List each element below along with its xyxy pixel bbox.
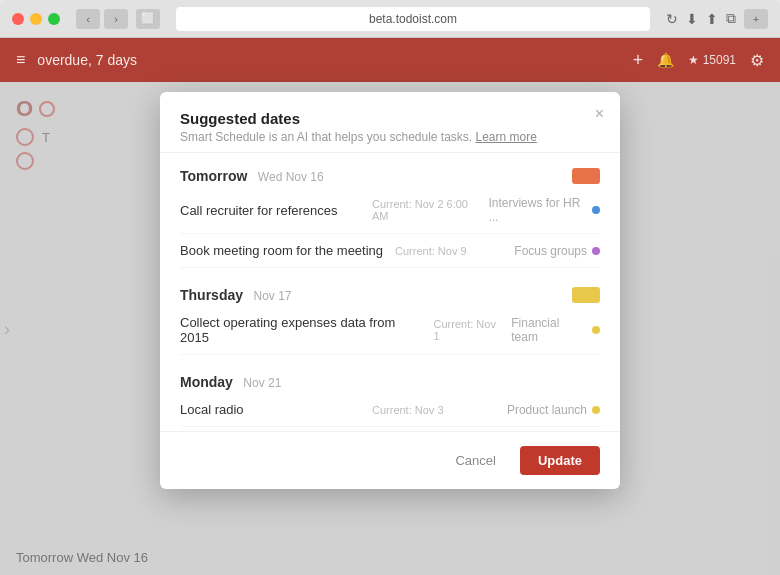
modal-subtitle: Smart Schedule is an AI that helps you s… (180, 130, 600, 144)
modal-close-button[interactable]: × (595, 106, 604, 122)
notifications-icon[interactable]: 🔔 (657, 52, 674, 68)
date-section-monday: Monday Nov 21 Local radio Current: Nov 3… (180, 359, 600, 431)
thursday-color-bar (572, 287, 600, 303)
task-project-label: Product launch (507, 403, 587, 417)
task-project: Interviews for HR ... (488, 196, 600, 224)
address-bar[interactable]: beta.todoist.com (176, 7, 650, 31)
menu-icon[interactable]: ≡ (16, 51, 25, 69)
task-row[interactable]: Book meeting room for the meeting Curren… (180, 234, 600, 268)
modal-title: Suggested dates (180, 110, 600, 127)
add-task-button[interactable]: + (633, 50, 644, 71)
thursday-header: Thursday Nov 17 (180, 286, 600, 304)
tab-view-button[interactable]: ⬜ (136, 9, 160, 29)
app-main: O T › Tomorrow Wed Nov 16 (0, 82, 780, 575)
browser-frame: ‹ › ⬜ beta.todoist.com ↻ ⬇ ⬆ ⧉ + ≡ overd… (0, 0, 780, 575)
modal-overlay: Suggested dates Smart Schedule is an AI … (0, 82, 780, 575)
tomorrow-color-bar (572, 168, 600, 184)
learn-more-link[interactable]: Learn more (476, 130, 537, 144)
forward-button[interactable]: › (104, 9, 128, 29)
cancel-button[interactable]: Cancel (441, 446, 509, 475)
browser-content: ≡ overdue, 7 days + 🔔 ★ 15091 ⚙ O T (0, 38, 780, 575)
date-section-thursday: Thursday Nov 17 Collect operating expens… (180, 272, 600, 359)
task-row[interactable]: Collect operating expenses data from 201… (180, 306, 600, 355)
modal-footer: Cancel Update (160, 431, 620, 489)
header-actions: + 🔔 ★ 15091 ⚙ (633, 50, 764, 71)
task-project: Product launch (507, 403, 600, 417)
task-project-label: Focus groups (514, 244, 587, 258)
pip-icon[interactable]: ⧉ (726, 10, 736, 27)
task-current: Current: Nov 1 (434, 318, 504, 342)
share-icon[interactable]: ⬆ (706, 11, 718, 27)
karma-badge: ★ 15091 (688, 53, 736, 67)
task-name: Book meeting room for the meeting (180, 243, 383, 258)
task-row[interactable]: Call recruiter for references Current: N… (180, 187, 600, 234)
task-name: Call recruiter for references (180, 203, 360, 218)
back-button[interactable]: ‹ (76, 9, 100, 29)
reload-icon[interactable]: ↻ (666, 11, 678, 27)
task-project-label: Financial team (511, 316, 587, 344)
download-icon[interactable]: ⬇ (686, 11, 698, 27)
thursday-label: Thursday (180, 287, 243, 303)
tomorrow-date: Wed Nov 16 (258, 170, 324, 184)
task-project: Financial team (511, 316, 600, 344)
date-section-tomorrow: Tomorrow Wed Nov 16 Call recruiter for r… (180, 153, 600, 272)
monday-date: Nov 21 (243, 376, 281, 390)
close-window-button[interactable] (12, 13, 24, 25)
task-project: Focus groups (514, 244, 600, 258)
project-dot (592, 326, 600, 334)
task-current: Current: Nov 9 (395, 245, 467, 257)
tomorrow-label: Tomorrow (180, 168, 247, 184)
task-current: Current: Nov 3 (372, 404, 444, 416)
browser-titlebar: ‹ › ⬜ beta.todoist.com ↻ ⬇ ⬆ ⧉ + (0, 0, 780, 38)
modal-body: Tomorrow Wed Nov 16 Call recruiter for r… (160, 153, 620, 431)
project-dot (592, 206, 600, 214)
modal-header: Suggested dates Smart Schedule is an AI … (160, 92, 620, 153)
traffic-lights (12, 13, 60, 25)
maximize-window-button[interactable] (48, 13, 60, 25)
new-tab-button[interactable]: + (744, 9, 768, 29)
monday-label: Monday (180, 374, 233, 390)
minimize-window-button[interactable] (30, 13, 42, 25)
monday-header: Monday Nov 21 (180, 373, 600, 391)
app-title: overdue, 7 days (37, 52, 620, 68)
tomorrow-header: Tomorrow Wed Nov 16 (180, 167, 600, 185)
suggested-dates-modal: Suggested dates Smart Schedule is an AI … (160, 92, 620, 489)
project-dot (592, 247, 600, 255)
project-dot (592, 406, 600, 414)
app-header: ≡ overdue, 7 days + 🔔 ★ 15091 ⚙ (0, 38, 780, 82)
browser-actions: ↻ ⬇ ⬆ ⧉ (666, 10, 736, 27)
task-name: Collect operating expenses data from 201… (180, 315, 422, 345)
task-row[interactable]: Local radio Current: Nov 3 Product launc… (180, 393, 600, 427)
task-name: Local radio (180, 402, 360, 417)
browser-navigation: ‹ › (76, 9, 128, 29)
settings-icon[interactable]: ⚙ (750, 51, 764, 70)
update-button[interactable]: Update (520, 446, 600, 475)
task-project-label: Interviews for HR ... (488, 196, 587, 224)
thursday-date: Nov 17 (253, 289, 291, 303)
task-current: Current: Nov 2 6:00 AM (372, 198, 480, 222)
